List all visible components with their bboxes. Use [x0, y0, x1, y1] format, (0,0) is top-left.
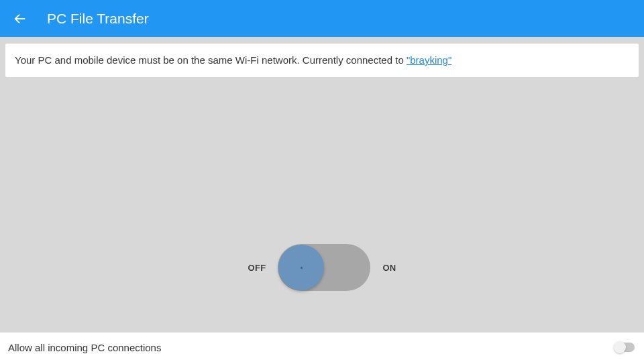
toggle-off-label: OFF — [248, 263, 266, 273]
page-title: PC File Transfer — [47, 11, 149, 27]
app-header: PC File Transfer — [0, 0, 644, 37]
wifi-info-card: Your PC and mobile device must be on the… — [5, 44, 639, 77]
wifi-network-link[interactable]: "brayking" — [407, 54, 451, 66]
allow-connections-row: Allow all incoming PC connections — [0, 333, 644, 362]
file-transfer-toggle[interactable] — [275, 243, 373, 292]
main-toggle-row: OFF ON — [248, 243, 396, 292]
toggle-on-label: ON — [382, 263, 396, 273]
wifi-info-text: Your PC and mobile device must be on the… — [15, 54, 407, 66]
allow-connections-toggle[interactable] — [614, 343, 635, 352]
toggle-knob — [278, 245, 324, 290]
back-arrow-icon[interactable] — [12, 11, 28, 27]
small-toggle-knob — [614, 341, 626, 353]
main-toggle-area: OFF ON — [0, 243, 644, 292]
allow-connections-label: Allow all incoming PC connections — [8, 342, 161, 353]
